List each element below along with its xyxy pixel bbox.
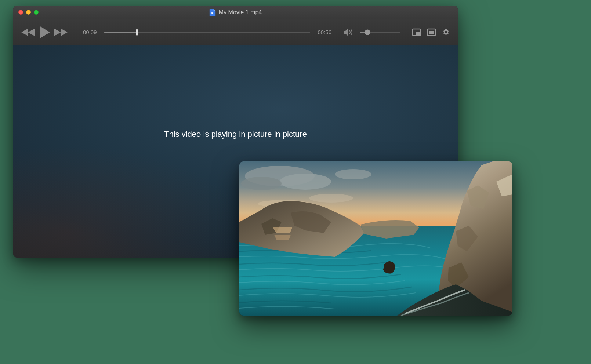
fast-forward-button[interactable] — [54, 28, 68, 37]
progress-thumb[interactable] — [136, 29, 138, 36]
volume-icon[interactable] — [343, 28, 353, 36]
close-button[interactable] — [18, 10, 23, 15]
elapsed-time: 00:09 — [83, 29, 97, 35]
svg-point-6 — [445, 31, 447, 33]
playlist-button[interactable] — [427, 28, 436, 36]
svg-point-13 — [309, 194, 353, 203]
settings-button[interactable] — [442, 28, 450, 36]
maximize-button[interactable] — [34, 10, 39, 15]
total-duration: 00:56 — [318, 29, 331, 35]
right-tool-group — [412, 28, 450, 36]
pip-status-message: This video is playing in picture in pict… — [164, 130, 307, 139]
minimize-button[interactable] — [26, 10, 31, 15]
svg-point-11 — [241, 177, 282, 190]
picture-in-picture-button[interactable] — [412, 28, 421, 36]
rewind-button[interactable] — [21, 28, 35, 37]
volume-thumb[interactable] — [365, 29, 370, 35]
picture-in-picture-window[interactable] — [239, 161, 512, 316]
window-title-container: My Movie 1.mp4 — [13, 9, 458, 16]
window-controls — [18, 10, 39, 15]
play-button[interactable] — [38, 25, 51, 39]
progress-slider[interactable] — [104, 32, 311, 33]
player-controls-bar: 00:09 00:56 — [13, 19, 458, 45]
svg-point-10 — [280, 174, 331, 190]
volume-slider[interactable] — [360, 32, 400, 33]
svg-point-12 — [335, 169, 371, 179]
window-title: My Movie 1.mp4 — [219, 9, 262, 16]
video-file-icon — [209, 9, 216, 16]
svg-rect-1 — [416, 32, 420, 35]
progress-fill — [104, 32, 137, 33]
pip-video-frame — [239, 161, 512, 316]
window-titlebar[interactable]: My Movie 1.mp4 — [13, 6, 458, 19]
playback-control-group — [21, 25, 68, 39]
